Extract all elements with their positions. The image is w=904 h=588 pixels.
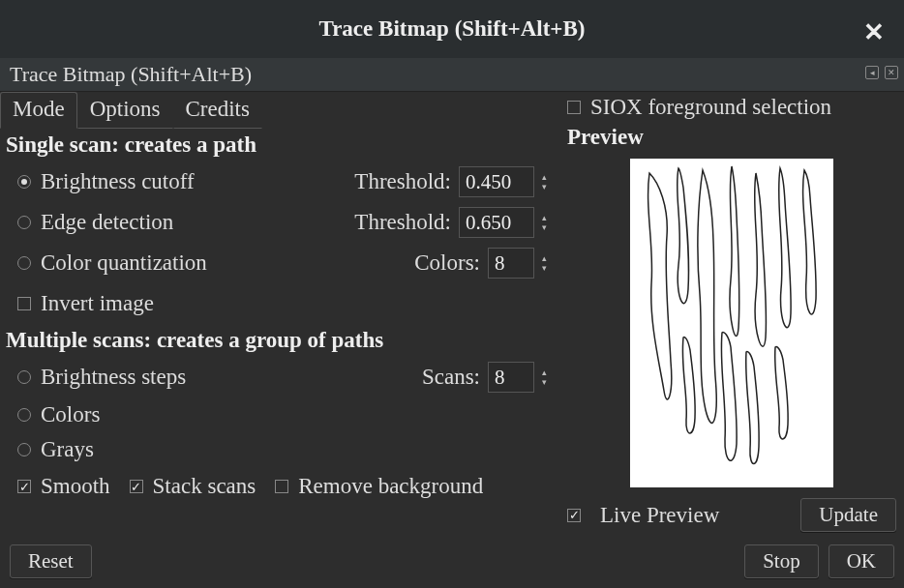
window-title: Trace Bitmap (Shift+Alt+B) [319,16,586,42]
label-smooth: Smooth [41,474,110,499]
row-color-quantization: Color quantization Colors: ▴ ▾ [0,243,559,283]
input-colors[interactable] [488,248,534,279]
preview-canvas [630,159,833,487]
row-invert-image: Invert image [0,283,559,324]
preview-title: Preview [567,121,896,154]
radio-color-quantization[interactable] [17,256,31,270]
input-scans[interactable] [488,362,534,393]
single-scan-title: Single scan: creates a path [0,129,559,162]
label-live-preview: Live Preview [600,503,719,528]
radio-grays[interactable] [17,443,31,456]
row-brightness-cutoff: Brightness cutoff Threshold: ▴ ▾ [0,162,559,202]
row-scan-options: Smooth Stack scans Remove background [0,467,559,506]
preview-area [567,154,896,492]
spin-up-colors[interactable]: ▴ [538,253,550,263]
multi-scan-title: Multiple scans: creates a group of paths [0,324,559,357]
label-brightness-threshold: Threshold: [354,169,451,194]
dock-close-icon[interactable]: ✕ [885,66,898,79]
dock-header: Trace Bitmap (Shift+Alt+B) ◂ ✕ [0,58,904,92]
label-invert-image: Invert image [41,291,154,316]
tab-credits[interactable]: Credits [173,92,262,129]
spin-up-scans[interactable]: ▴ [538,368,550,377]
label-brightness-cutoff: Brightness cutoff [41,169,195,194]
titlebar: Trace Bitmap (Shift+Alt+B) ✕ [0,0,904,58]
bottom-bar: Reset Stop OK [0,537,904,586]
label-remove-background: Remove background [298,474,483,499]
preview-image [630,159,833,487]
tab-options[interactable]: Options [77,92,173,129]
checkbox-siox[interactable] [567,101,581,114]
spin-down-scans[interactable]: ▾ [538,377,550,387]
spin-up-edge[interactable]: ▴ [538,213,550,222]
row-grays: Grays [0,432,559,467]
right-panel: SIOX foreground selection Preview [559,92,904,537]
row-siox: SIOX foreground selection [567,92,896,121]
radio-brightness-cutoff[interactable] [17,175,31,189]
label-colors: Colors: [414,250,480,276]
checkbox-invert-image[interactable] [17,297,31,310]
dock-title: Trace Bitmap (Shift+Alt+B) [10,62,252,87]
left-panel: Mode Options Credits Single scan: create… [0,92,559,537]
input-brightness-threshold[interactable] [459,166,534,197]
label-color-quantization: Color quantization [41,250,207,276]
dock-minimize-icon[interactable]: ◂ [865,66,879,79]
label-colors-scan: Colors [41,402,100,427]
checkbox-stack-scans[interactable] [130,480,143,493]
tabs: Mode Options Credits [0,92,559,129]
tab-mode[interactable]: Mode [0,92,77,129]
row-colors: Colors [0,397,559,432]
input-edge-threshold[interactable] [459,207,534,238]
label-siox: SIOX foreground selection [590,95,831,120]
spin-down-colors[interactable]: ▾ [538,263,550,273]
stop-button[interactable]: Stop [744,544,819,578]
label-brightness-steps: Brightness steps [41,365,186,390]
ok-button[interactable]: OK [829,544,894,578]
spin-down-brightness[interactable]: ▾ [538,182,550,191]
radio-colors[interactable] [17,408,31,422]
preview-controls: Live Preview Update [567,492,896,532]
spin-down-edge[interactable]: ▾ [538,222,550,232]
row-brightness-steps: Brightness steps Scans: ▴ ▾ [0,357,559,397]
close-icon[interactable]: ✕ [863,17,885,47]
update-button[interactable]: Update [800,498,896,532]
label-edge-threshold: Threshold: [354,210,451,235]
label-grays: Grays [41,437,94,462]
label-scans: Scans: [422,365,480,390]
row-edge-detection: Edge detection Threshold: ▴ ▾ [0,202,559,243]
radio-brightness-steps[interactable] [17,370,31,384]
checkbox-smooth[interactable] [17,480,31,493]
spin-up-brightness[interactable]: ▴ [538,172,550,182]
radio-edge-detection[interactable] [17,216,31,229]
label-stack-scans: Stack scans [153,474,256,499]
checkbox-live-preview[interactable] [567,509,581,522]
checkbox-remove-background[interactable] [275,480,288,493]
reset-button[interactable]: Reset [10,544,92,578]
label-edge-detection: Edge detection [41,210,173,235]
